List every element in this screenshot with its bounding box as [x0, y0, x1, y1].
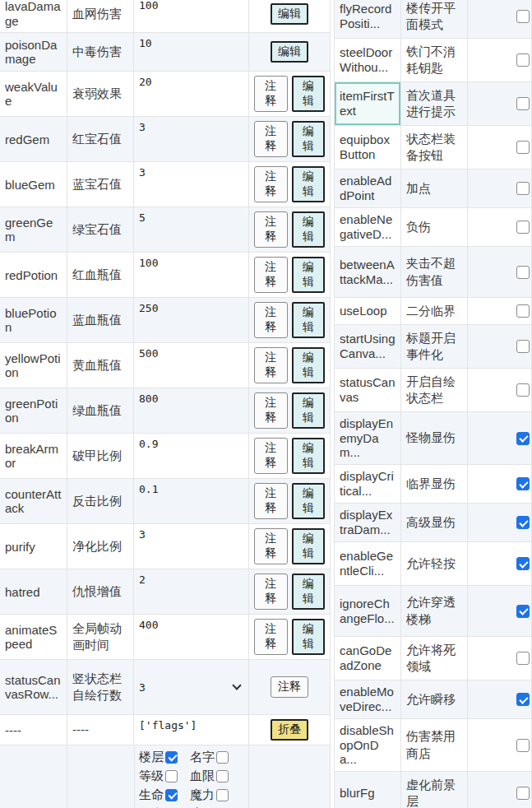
comment-button[interactable]: 注释	[254, 483, 288, 519]
config-key[interactable]: weakValue	[0, 72, 67, 116]
status-option-checkbox[interactable]	[165, 751, 178, 764]
config-key[interactable]: startUsingCanva...	[334, 325, 401, 368]
config-key[interactable]: betweenAttackMa...	[334, 247, 401, 297]
config-key[interactable]: statusCanvas	[334, 369, 401, 411]
row-checkbox[interactable]	[516, 221, 530, 234]
config-value[interactable]: 3	[134, 524, 249, 569]
config-value[interactable]: 250	[134, 298, 249, 342]
config-key[interactable]: displayCritical...	[334, 465, 401, 503]
comment-button[interactable]: 注释	[254, 166, 288, 202]
row-checkbox[interactable]	[516, 516, 530, 529]
config-key[interactable]: enableMoveDirec...	[334, 680, 401, 718]
row-checkbox[interactable]	[516, 693, 530, 706]
comment-button[interactable]: 注释	[254, 619, 288, 655]
config-key[interactable]: displayExtraDam...	[334, 504, 401, 541]
config-key[interactable]: redPotion	[0, 253, 67, 297]
config-key[interactable]: steelDoorWithou...	[334, 39, 401, 81]
config-key[interactable]: poisonDamage	[0, 33, 67, 71]
config-value[interactable]: 500	[134, 343, 249, 388]
row-checkbox[interactable]	[516, 477, 530, 490]
comment-button[interactable]: 注释	[254, 573, 288, 610]
row-checkbox[interactable]	[516, 10, 530, 23]
config-key[interactable]: animateSpeed	[0, 615, 67, 659]
row-checkbox[interactable]	[516, 383, 530, 397]
comment-button[interactable]: 注释	[254, 211, 288, 248]
config-key[interactable]: enableGentleCli...	[334, 542, 401, 585]
edit-button[interactable]: 编辑	[292, 257, 326, 293]
config-key[interactable]: statusCanvasRow...	[0, 660, 67, 714]
row-checkbox[interactable]	[516, 557, 530, 570]
comment-button[interactable]: 注释	[254, 438, 288, 474]
config-key[interactable]: flyRecordPositi...	[334, 0, 401, 38]
status-option-checkbox[interactable]	[216, 789, 229, 801]
edit-button[interactable]: 编辑	[292, 392, 326, 429]
row-checkbox[interactable]	[516, 141, 530, 154]
row-checkbox[interactable]	[516, 787, 530, 800]
row-checkbox[interactable]	[516, 432, 530, 445]
row-checkbox[interactable]	[516, 53, 530, 67]
edit-button[interactable]: 编辑	[271, 41, 308, 63]
edit-button[interactable]: 编辑	[292, 528, 326, 564]
config-value[interactable]: 3	[134, 162, 249, 207]
config-value[interactable]: 0.9	[134, 434, 249, 478]
collapse-button[interactable]: 折叠	[271, 719, 308, 741]
status-option-checkbox[interactable]	[165, 789, 178, 801]
config-key[interactable]: useLoop	[334, 298, 401, 324]
edit-button[interactable]: 编辑	[292, 302, 326, 338]
config-value[interactable]: 2	[134, 569, 249, 614]
edit-button[interactable]: 编辑	[292, 211, 326, 248]
config-value[interactable]: 5	[134, 207, 249, 252]
config-key[interactable]: ignoreChangeFlo...	[334, 586, 401, 636]
comment-button[interactable]: 注释	[254, 76, 288, 112]
edit-button[interactable]: 编辑	[292, 573, 326, 610]
row-checkbox[interactable]	[516, 652, 530, 665]
config-key[interactable]: lavaDamage	[0, 0, 67, 32]
edit-button[interactable]: 编辑	[292, 438, 326, 474]
config-key[interactable]: enableNegativeD...	[334, 208, 401, 246]
config-key[interactable]: disableShopOnDa...	[334, 719, 401, 771]
edit-button[interactable]: 编辑	[292, 347, 326, 383]
comment-button[interactable]: 注释	[254, 257, 288, 293]
comment-button[interactable]: 注释	[254, 392, 288, 429]
config-key[interactable]: purify	[0, 524, 67, 569]
config-key[interactable]: bluePotion	[0, 298, 67, 342]
config-key[interactable]: displayEnemyDam...	[334, 412, 401, 464]
edit-button[interactable]: 编辑	[292, 166, 326, 202]
row-checkbox[interactable]	[516, 739, 530, 752]
config-key[interactable]: counterAttack	[0, 479, 67, 523]
row-count-select[interactable]: 3	[134, 660, 249, 714]
edit-button[interactable]: 编辑	[292, 619, 326, 655]
status-option-checkbox[interactable]	[216, 770, 229, 782]
config-value[interactable]: 400	[134, 615, 249, 659]
row-checkbox[interactable]	[516, 304, 530, 318]
comment-button[interactable]: 注释	[254, 121, 288, 157]
edit-button[interactable]: 编辑	[271, 3, 308, 25]
config-value[interactable]: ['flags']	[134, 715, 249, 745]
config-key[interactable]: equipboxButton	[334, 126, 401, 169]
config-value[interactable]: 100	[134, 253, 249, 297]
comment-button[interactable]: 注释	[271, 676, 308, 698]
row-checkbox[interactable]	[516, 97, 530, 110]
config-value[interactable]: 10	[134, 33, 249, 71]
comment-button[interactable]: 注释	[254, 528, 288, 564]
comment-button[interactable]: 注释	[254, 347, 288, 383]
comment-button[interactable]: 注释	[254, 302, 288, 338]
config-value[interactable]: 20	[134, 72, 249, 116]
config-value[interactable]: 100	[134, 0, 249, 32]
config-key[interactable]: greenPotion	[0, 388, 67, 433]
row-checkbox[interactable]	[516, 605, 530, 618]
config-key[interactable]: breakArmor	[0, 434, 67, 478]
row-checkbox[interactable]	[516, 266, 530, 279]
config-key[interactable]: statusBarItems	[0, 745, 67, 808]
config-key[interactable]: redGem	[0, 117, 67, 161]
status-option-checkbox[interactable]	[165, 770, 178, 782]
config-value[interactable]: 3	[134, 117, 249, 161]
config-key-selected[interactable]: itemFirstText	[334, 82, 401, 125]
config-key[interactable]: enableAddPoint	[334, 169, 401, 207]
config-key[interactable]: ----	[0, 715, 67, 745]
config-key[interactable]: canGoDeadZone	[334, 637, 401, 680]
config-key[interactable]: greenGem	[0, 207, 67, 252]
config-key[interactable]: yellowPotion	[0, 343, 67, 388]
status-option-checkbox[interactable]	[216, 751, 229, 764]
edit-button[interactable]: 编辑	[292, 76, 326, 112]
